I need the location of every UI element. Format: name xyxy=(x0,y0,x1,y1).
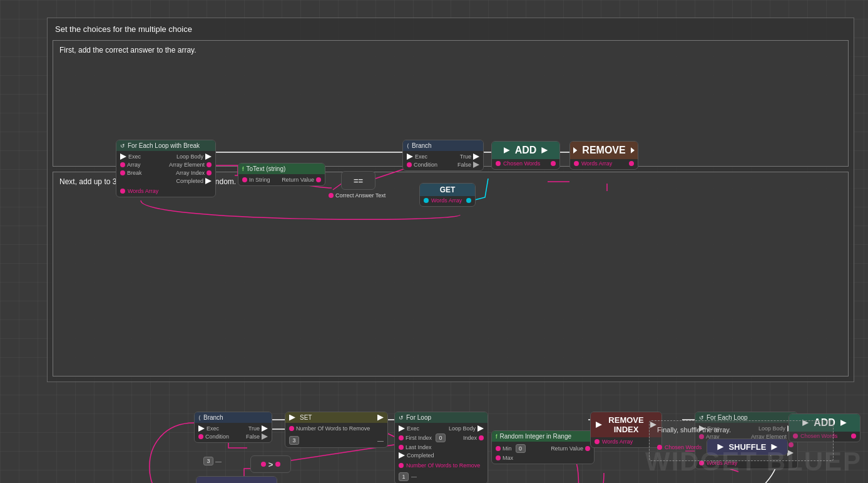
node-set: SET Number Of Words to Remove 3 — xyxy=(285,412,388,448)
section1-nodes-area: ↺ For Each Loop with Break Exec Loop Bod… xyxy=(59,60,842,160)
node-equals: == xyxy=(341,171,375,190)
node-gt: > xyxy=(250,455,291,473)
node-branch2: ⟨ Branch Exec True Condition False xyxy=(194,412,272,443)
section2-wires xyxy=(59,191,842,370)
node-remove: REMOVE Words Array xyxy=(569,141,638,170)
node-branch: ⟨ Branch Exec True Condition False xyxy=(402,140,484,171)
node-rand-int: f Random Integer in Range Min0 Return Va… xyxy=(491,430,595,464)
node-add: ADD Chosen Words xyxy=(491,141,560,170)
section2-nodes-area: ⟨ Branch Exec True Condition False xyxy=(59,191,842,370)
node-length1: LENGTH Words Array xyxy=(196,476,277,483)
section2: Next, add up to 3 other words to the arr… xyxy=(53,172,849,377)
node-for-loop: ↺ For Loop Exec Loop Body First Index0 I… xyxy=(394,412,488,483)
val-3: 3 — xyxy=(203,457,222,465)
node-totext: f ToText (string) In String Return Value xyxy=(238,163,325,186)
section1-title: First, add the correct answer to the arr… xyxy=(59,46,842,55)
outer-container: Set the choices for the multiple choice … xyxy=(47,18,854,382)
watermark: WIDGET BLUEP xyxy=(645,447,862,477)
outer-title: Set the choices for the multiple choice xyxy=(53,23,849,35)
section1: First, add the correct answer to the arr… xyxy=(53,40,849,167)
node-for-each-break: ↺ For Each Loop with Break Exec Loop Bod… xyxy=(116,140,216,197)
